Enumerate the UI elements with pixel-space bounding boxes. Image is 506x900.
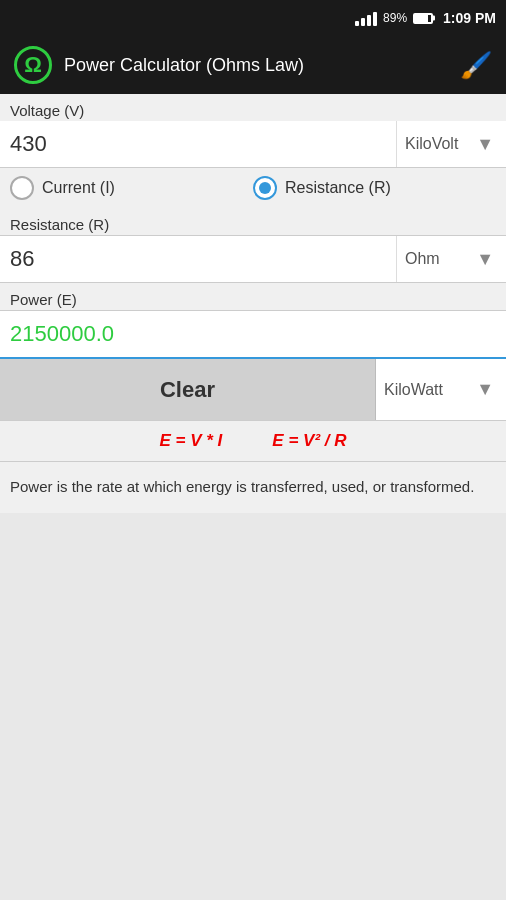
clear-button[interactable]: Clear — [0, 359, 376, 420]
current-radio-label: Current (I) — [42, 179, 115, 197]
power-unit-text: KiloWatt — [384, 381, 443, 399]
resistance-radio-label: Resistance (R) — [285, 179, 391, 197]
voltage-label: Voltage (V) — [0, 94, 506, 121]
formula-row: E = V * I E = V² / R — [0, 421, 506, 461]
main-content: Voltage (V) KiloVolt ▼ Current (I) Resis… — [0, 94, 506, 513]
current-radio-option[interactable]: Current (I) — [10, 176, 253, 200]
clear-unit-row: Clear KiloWatt ▼ — [0, 359, 506, 421]
omega-icon: Ω — [14, 46, 52, 84]
resistance-radio-circle[interactable] — [253, 176, 277, 200]
resistance-unit-arrow: ▼ — [476, 249, 498, 270]
resistance-input-row: Ohm ▼ — [0, 235, 506, 283]
voltage-unit-display[interactable]: KiloVolt ▼ — [396, 121, 506, 167]
formula-1: E = V * I — [159, 431, 222, 451]
resistance-unit-display[interactable]: Ohm ▼ — [396, 236, 506, 282]
signal-icon — [355, 10, 377, 26]
description-text: Power is the rate at which energy is tra… — [0, 462, 506, 513]
status-time: 1:09 PM — [443, 10, 496, 26]
power-label: Power (E) — [0, 283, 506, 310]
toolbar-left: Ω Power Calculator (Ohms Law) — [14, 46, 304, 84]
power-input[interactable] — [0, 311, 506, 357]
voltage-unit-arrow: ▼ — [476, 134, 498, 155]
resistance-radio-option[interactable]: Resistance (R) — [253, 176, 496, 200]
resistance-unit-text: Ohm — [405, 250, 440, 268]
app-toolbar: Ω Power Calculator (Ohms Law) 🖌️ — [0, 36, 506, 94]
voltage-input[interactable] — [0, 121, 396, 167]
voltage-unit-text: KiloVolt — [405, 135, 458, 153]
voltage-input-row: KiloVolt ▼ — [0, 121, 506, 168]
resistance-label: Resistance (R) — [0, 208, 506, 235]
battery-percent: 89% — [383, 11, 407, 25]
current-radio-circle[interactable] — [10, 176, 34, 200]
resistance-input[interactable] — [0, 236, 396, 282]
power-input-row — [0, 310, 506, 359]
battery-icon — [413, 13, 433, 24]
power-unit-arrow: ▼ — [476, 379, 498, 400]
radio-row: Current (I) Resistance (R) — [0, 168, 506, 208]
status-bar: 89% 1:09 PM — [0, 0, 506, 36]
paint-icon[interactable]: 🖌️ — [460, 50, 492, 81]
power-unit-display[interactable]: KiloWatt ▼ — [376, 359, 506, 420]
formula-2: E = V² / R — [272, 431, 346, 451]
app-title: Power Calculator (Ohms Law) — [64, 55, 304, 76]
